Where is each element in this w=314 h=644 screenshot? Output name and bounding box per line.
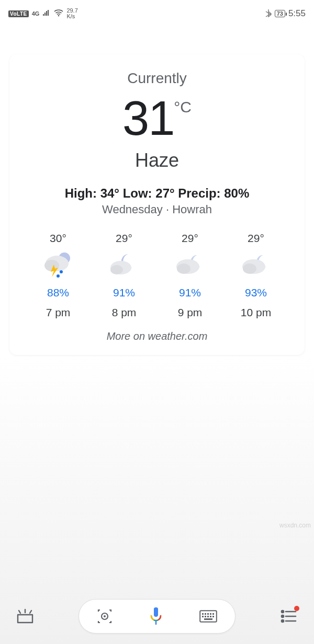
high-low-precip: High: 34° Low: 27° Precip: 80%	[22, 186, 292, 201]
hour-time: 9 pm	[178, 306, 203, 319]
lens-button[interactable]	[97, 608, 113, 624]
voice-mic-button[interactable]	[148, 606, 164, 626]
status-left: VoLTE 4G 29.7 K/s	[8, 8, 78, 19]
rate-bot: K/s	[66, 14, 77, 19]
updates-button[interactable]	[14, 605, 37, 628]
svg-rect-21	[210, 613, 211, 615]
svg-rect-18	[202, 613, 204, 615]
wifi-icon	[54, 9, 63, 18]
hour-slot-2[interactable]: 29° 91% 9 pm	[157, 232, 223, 319]
volte-badge: VoLTE	[8, 10, 29, 17]
hour-temp: 29°	[182, 232, 198, 245]
hour-precip: 91%	[113, 286, 135, 299]
hour-time: 7 pm	[46, 306, 71, 319]
temp-unit: °C	[174, 98, 192, 116]
svg-point-13	[104, 615, 106, 617]
hour-temp: 29°	[248, 232, 264, 245]
svg-point-4	[60, 270, 63, 273]
recent-list-button[interactable]	[277, 605, 300, 628]
bluetooth-icon	[265, 9, 272, 19]
svg-rect-26	[210, 616, 211, 617]
svg-point-11	[243, 263, 256, 274]
svg-point-0	[58, 15, 60, 16]
svg-point-31	[282, 615, 284, 617]
network-rate: 29.7 K/s	[66, 8, 77, 19]
svg-point-7	[110, 265, 123, 274]
hour-precip: 91%	[179, 286, 201, 299]
condition-label: Haze	[22, 150, 292, 171]
currently-label: Currently	[22, 70, 292, 87]
weather-card[interactable]: Currently 31 °C Haze High: 34° Low: 27° …	[9, 54, 305, 355]
night-cloud-icon	[107, 250, 141, 278]
svg-rect-23	[202, 616, 204, 617]
svg-rect-28	[204, 618, 212, 620]
network-4g-label: 4G	[32, 10, 40, 17]
svg-point-29	[282, 611, 284, 613]
hour-slot-0[interactable]: 30° 88% 7 pm	[25, 232, 91, 319]
svg-rect-25	[207, 616, 209, 617]
svg-rect-27	[212, 616, 214, 617]
watermark: wsxdn.com	[279, 522, 311, 529]
svg-rect-15	[154, 607, 158, 612]
cloud-night-icon	[173, 250, 207, 278]
svg-rect-24	[205, 616, 206, 617]
svg-rect-20	[207, 613, 209, 615]
hour-temp: 29°	[116, 232, 132, 245]
status-bar: VoLTE 4G 29.7 K/s 73 5:55	[0, 0, 314, 23]
clock: 5:55	[288, 8, 306, 19]
hour-slot-3[interactable]: 29° 93% 10 pm	[223, 232, 289, 319]
assistant-pill	[78, 599, 236, 634]
svg-point-9	[177, 263, 190, 274]
hourly-forecast: 30° 88% 7 pm 29°	[25, 232, 289, 319]
day-location: Wednesday · Howrah	[22, 203, 292, 216]
more-weather-link[interactable]: More on weather.com	[22, 330, 292, 342]
signal-icon	[42, 9, 51, 18]
battery-indicator: 73	[275, 10, 285, 17]
status-right: 73 5:55	[265, 8, 306, 19]
hour-time: 8 pm	[112, 306, 137, 319]
svg-point-5	[57, 274, 60, 278]
current-temp: 31 °C	[22, 94, 292, 142]
cloud-night-icon	[239, 250, 273, 278]
hour-temp: 30°	[50, 232, 66, 245]
temp-value: 31	[122, 94, 174, 142]
svg-rect-19	[205, 613, 206, 615]
hour-precip: 88%	[47, 286, 69, 299]
hour-precip: 93%	[245, 286, 267, 299]
storm-icon	[41, 250, 75, 278]
notification-dot-icon	[294, 606, 299, 611]
hour-time: 10 pm	[241, 306, 271, 319]
svg-point-33	[282, 620, 284, 622]
keyboard-button[interactable]	[199, 610, 217, 623]
bottom-bar	[0, 599, 314, 634]
hour-slot-1[interactable]: 29° 91% 8 pm	[91, 232, 157, 319]
svg-rect-22	[212, 613, 214, 615]
